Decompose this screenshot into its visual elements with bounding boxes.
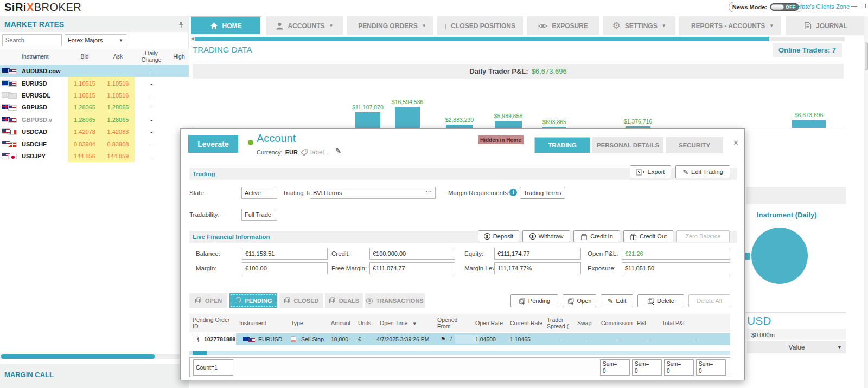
free-margin-label: Free Margin: [331, 265, 367, 271]
tab-journal[interactable]: JOURNAL [786, 16, 866, 35]
col-units[interactable]: Units [355, 320, 373, 326]
ellipsis-icon[interactable]: ⋯ [426, 188, 432, 195]
delete-all-button[interactable]: Delete All [688, 294, 730, 307]
tab-open-positions[interactable]: OPEN [189, 293, 227, 308]
tab-pending-positions[interactable]: PENDING [229, 293, 277, 308]
scrollbar-thumb[interactable] [865, 42, 868, 70]
pl-bar[interactable] [355, 112, 380, 128]
tab-settings[interactable]: ⚙ SETTINGS▼ [603, 16, 675, 35]
market-row[interactable]: GBPUSD 1.28065 1.28065 - [0, 101, 189, 113]
tab-transactions[interactable]: $ TRANSACTIONS [365, 293, 425, 308]
delete-action-button[interactable]: Delete [637, 294, 684, 307]
margin-level-value[interactable] [494, 262, 581, 274]
balance-value[interactable] [242, 248, 328, 260]
sum-box: Sum=0 [696, 359, 726, 376]
tab-closed-positions[interactable]: CLOSED POSITIONS [437, 16, 523, 35]
col-pl[interactable]: P&L [634, 320, 659, 326]
col-ask[interactable]: Ask [101, 49, 135, 65]
state-input[interactable] [241, 187, 277, 199]
edit-trading-button[interactable]: ✎ Edit Trading [675, 165, 730, 178]
tab-security[interactable]: SECURITY [666, 137, 723, 153]
col-commission[interactable]: Commission [598, 320, 634, 326]
clients-zone-link[interactable]: Leverate's Clients Zone [787, 3, 850, 10]
margin-value[interactable] [242, 262, 328, 274]
pl-bar[interactable] [542, 127, 566, 128]
col-amount[interactable]: Amount [328, 320, 355, 326]
tab-deals[interactable]: DEALS [325, 293, 363, 308]
col-current-rate[interactable]: Current Rate [507, 320, 544, 326]
category-select[interactable]: Forex Majors▼ [65, 34, 126, 46]
market-row[interactable]: USDCAD 1.42078 1.42083 - [0, 126, 189, 138]
col-opened-from[interactable]: Opened From [434, 316, 472, 329]
table-horizontal-scrollbar[interactable] [189, 351, 730, 355]
info-icon[interactable]: i [509, 189, 517, 196]
tab-personal-details[interactable]: PERSONAL DETAILS [592, 137, 663, 153]
market-row[interactable]: USDJPY 144.856 144.859 - [0, 150, 189, 162]
free-margin-value[interactable] [369, 262, 455, 274]
edit-label-icon[interactable]: ✎ [335, 147, 341, 155]
trading-terms-input[interactable] [310, 187, 436, 199]
scrollbar-thumb[interactable] [1, 354, 155, 359]
tab-trading[interactable]: TRADING [534, 137, 590, 153]
minimize-icon[interactable]: — [851, 2, 857, 10]
market-row[interactable]: GBPUSD.v 1.28065 1.28065 - [0, 114, 189, 126]
tab-exposure[interactable]: EXPOSURE [527, 16, 599, 35]
credit-in-button[interactable]: Credit In [573, 230, 620, 242]
col-instrument[interactable]: Instrument ▲ [11, 49, 60, 65]
tab-reports-accounts[interactable]: REPORTS - ACCOUNTS▼ [679, 16, 781, 35]
pin-icon[interactable] [178, 21, 184, 30]
market-row[interactable]: USDCHF 0.83904 0.83908 - [0, 138, 189, 150]
market-row[interactable]: EURUSD 1.10515 1.10516 - [0, 77, 189, 89]
tradability-input[interactable] [241, 209, 277, 221]
main-horizontal-scrollbar[interactable]: ◄ [191, 37, 845, 41]
pl-bar[interactable] [792, 120, 826, 128]
open-pl-value[interactable] [622, 248, 730, 260]
col-instrument[interactable]: Instrument [236, 320, 288, 326]
col-pending-order-id[interactable]: Pending Order ID [189, 316, 236, 329]
col-total-pl[interactable]: Total P&L [659, 320, 730, 326]
tab-home[interactable]: HOME [190, 16, 261, 35]
col-bid[interactable]: Bid [68, 49, 101, 65]
export-button[interactable]: Export [630, 165, 671, 178]
exposure-value[interactable] [622, 262, 730, 274]
edit-action-button[interactable]: ✎ Edit [601, 294, 633, 307]
credit-out-button[interactable]: Credit Out [623, 230, 673, 242]
col-high[interactable]: High [169, 49, 189, 65]
tab-accounts[interactable]: ACCOUNTS▼ [266, 16, 343, 35]
credit-value[interactable] [369, 248, 455, 260]
vertical-scrollbar[interactable] [864, 16, 868, 388]
col-daily-change[interactable]: Daily Change [135, 49, 168, 65]
deposit-button[interactable]: $Deposit [478, 230, 519, 242]
equity-value[interactable] [494, 248, 581, 260]
search-input[interactable] [2, 34, 62, 46]
tab-pending-orders[interactable]: PENDING ORDERS▼ [347, 16, 433, 35]
pl-bar[interactable] [495, 121, 522, 128]
order-row[interactable]: +1027781888 EURUSD Sell Stop 10,000 € 4/… [189, 333, 730, 345]
trading-terms-button[interactable]: Trading Terms [520, 187, 565, 199]
col-open-time[interactable]: Open Time ▼ [373, 320, 434, 326]
scrollbar-thumb[interactable] [193, 351, 207, 355]
scroll-left-icon[interactable]: ◄ [190, 36, 195, 41]
withdraw-button[interactable]: $Withdraw [522, 230, 570, 242]
pl-bar[interactable] [626, 126, 650, 128]
scrollbar-thumb[interactable] [195, 37, 769, 41]
col-swap[interactable]: Swap [574, 320, 598, 326]
pl-bar[interactable] [395, 107, 420, 128]
tab-closed-positions[interactable]: CLOSED [279, 293, 323, 308]
market-row[interactable]: AUDUSD.cow - - - [0, 65, 189, 77]
pl-bar[interactable] [446, 125, 473, 128]
sidebar-horizontal-scrollbar[interactable] [0, 354, 189, 359]
expand-icon[interactable]: + [193, 337, 199, 342]
restore-icon[interactable] [861, 4, 866, 8]
pending-action-button[interactable]: Pending [510, 294, 558, 307]
leverate-brand-badge[interactable]: Leverate [188, 135, 238, 153]
close-icon[interactable]: ✕ [733, 139, 739, 147]
col-trader-spread[interactable]: Trader Spread ( [544, 316, 574, 329]
col-type[interactable]: Type [288, 320, 328, 326]
instrument-pie-chart[interactable] [751, 228, 808, 284]
value-dropdown[interactable]: Value ▼ [747, 341, 846, 353]
market-row[interactable]: EURUSDL 1.10515 1.10516 - [0, 89, 189, 101]
zero-balance-button[interactable]: Zero Balance [676, 230, 730, 242]
open-action-button[interactable]: Open [563, 294, 596, 307]
col-open-rate[interactable]: Open Rate [472, 320, 507, 326]
